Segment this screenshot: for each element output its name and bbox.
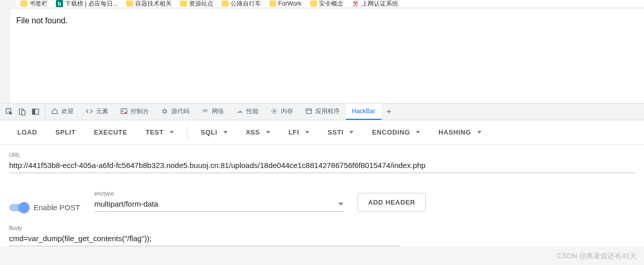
devtools-bar: 欢迎 元素 控制台 源代码 网络 性能 内存 应用程序 HackBar + bbox=[0, 103, 644, 120]
ssti-dropdown[interactable]: SSTI bbox=[319, 124, 362, 140]
enable-post-label: Enable POST bbox=[34, 203, 80, 212]
execute-button[interactable]: EXECUTE bbox=[86, 124, 136, 140]
chevron-down-icon bbox=[416, 131, 420, 134]
enctype-select-wrap: enctype multipart/form-data bbox=[94, 190, 343, 212]
encoding-dropdown[interactable]: ENCODING bbox=[364, 124, 428, 140]
app-icon bbox=[305, 108, 312, 115]
hackbar-body: URL Enable POST enctype multipart/form-d… bbox=[0, 145, 644, 246]
console-icon bbox=[120, 108, 127, 115]
page-content: File not found. bbox=[10, 9, 644, 103]
tab-welcome[interactable]: 欢迎 bbox=[45, 104, 80, 120]
bookmark-item[interactable]: b下载榜 | 必应每日... bbox=[56, 0, 118, 7]
body-input[interactable] bbox=[9, 232, 400, 246]
inspect-icon[interactable] bbox=[5, 108, 13, 116]
enctype-select[interactable]: multipart/form-data bbox=[94, 197, 343, 212]
svg-rect-2 bbox=[22, 110, 25, 115]
bookmark-item[interactable]: 上网认证系统 bbox=[351, 0, 398, 7]
folder-icon bbox=[310, 1, 317, 7]
svg-point-6 bbox=[125, 112, 127, 114]
folder-icon bbox=[20, 1, 27, 7]
enable-post-toggle[interactable] bbox=[9, 204, 28, 211]
tab-network[interactable]: 网络 bbox=[196, 104, 230, 120]
tab-performance[interactable]: 性能 bbox=[230, 104, 265, 120]
folder-icon bbox=[221, 1, 229, 7]
split-button[interactable]: SPLIT bbox=[47, 124, 84, 140]
dock-icon[interactable] bbox=[31, 108, 40, 116]
url-label: URL bbox=[9, 152, 635, 158]
body-label: Body bbox=[9, 225, 400, 231]
enctype-label: enctype bbox=[94, 190, 343, 196]
speed-icon bbox=[236, 108, 243, 115]
divider bbox=[187, 126, 187, 139]
add-tab-button[interactable]: + bbox=[381, 107, 396, 116]
svg-rect-9 bbox=[306, 109, 312, 113]
bookmark-item[interactable]: 公路自行车 bbox=[221, 0, 261, 7]
devtools-tabs: 欢迎 元素 控制台 源代码 网络 性能 内存 应用程序 HackBar + bbox=[45, 104, 396, 120]
chevron-down-icon bbox=[305, 131, 309, 134]
folder-icon bbox=[126, 1, 133, 7]
hashing-dropdown[interactable]: HASHING bbox=[430, 124, 489, 140]
post-row: Enable POST enctype multipart/form-data … bbox=[9, 190, 635, 212]
load-button[interactable]: LOAD bbox=[9, 124, 45, 140]
svg-point-8 bbox=[273, 110, 275, 112]
device-icon[interactable] bbox=[18, 108, 26, 116]
folder-icon bbox=[269, 1, 276, 7]
tab-memory[interactable]: 内存 bbox=[265, 104, 299, 120]
tab-elements[interactable]: 元素 bbox=[80, 104, 114, 120]
svg-rect-4 bbox=[33, 109, 35, 115]
hackbar-toolbar: LOAD SPLIT EXECUTE TEST SQLI XSS LFI SST… bbox=[0, 120, 644, 145]
watermark: CSDN @离暑假还有41天 bbox=[557, 252, 637, 261]
home-icon bbox=[51, 108, 58, 115]
sqli-dropdown[interactable]: SQLI bbox=[192, 124, 236, 140]
enable-post-toggle-wrap: Enable POST bbox=[9, 203, 80, 212]
chevron-down-icon bbox=[338, 203, 343, 206]
tab-hackbar[interactable]: HackBar bbox=[346, 104, 381, 120]
gear-icon bbox=[271, 108, 278, 115]
huawei-icon bbox=[351, 0, 360, 7]
tab-sources[interactable]: 源代码 bbox=[155, 104, 196, 120]
svg-point-7 bbox=[163, 110, 166, 113]
folder-icon bbox=[180, 1, 187, 7]
body-field-wrap: Body bbox=[9, 225, 400, 246]
bug-icon bbox=[161, 108, 168, 115]
bookmark-item[interactable]: 资源站点 bbox=[180, 0, 213, 7]
chevron-down-icon bbox=[223, 131, 228, 134]
tab-console[interactable]: 控制台 bbox=[114, 104, 155, 120]
url-input[interactable] bbox=[9, 159, 635, 173]
bookmark-item[interactable]: ForWork bbox=[269, 0, 302, 7]
file-not-found-text: File not found. bbox=[16, 16, 68, 25]
wifi-icon bbox=[202, 108, 209, 115]
devtools-left-controls bbox=[0, 104, 45, 120]
bookmarks-bar: 书签栏 b下载榜 | 必应每日... 容器技术相关 资源站点 公路自行车 For… bbox=[16, 0, 644, 7]
enctype-value: multipart/form-data bbox=[94, 200, 158, 208]
bookmark-item[interactable]: 书签栏 bbox=[20, 0, 48, 7]
tab-application[interactable]: 应用程序 bbox=[299, 104, 346, 120]
chevron-down-icon bbox=[349, 131, 353, 134]
url-field-wrap: URL bbox=[9, 152, 635, 173]
bookmark-item[interactable]: 容器技术相关 bbox=[126, 0, 172, 7]
lfi-dropdown[interactable]: LFI bbox=[280, 124, 317, 140]
bing-icon: b bbox=[56, 0, 63, 7]
content-wrapper: File not found. bbox=[0, 7, 644, 103]
add-header-button[interactable]: ADD HEADER bbox=[358, 193, 426, 212]
chevron-down-icon bbox=[477, 131, 481, 134]
chevron-down-icon bbox=[170, 131, 174, 134]
chevron-down-icon bbox=[266, 131, 270, 134]
xss-dropdown[interactable]: XSS bbox=[238, 124, 278, 140]
code-icon bbox=[86, 108, 93, 115]
bookmark-item[interactable]: 安全概念 bbox=[310, 0, 343, 7]
test-dropdown[interactable]: TEST bbox=[138, 124, 182, 140]
